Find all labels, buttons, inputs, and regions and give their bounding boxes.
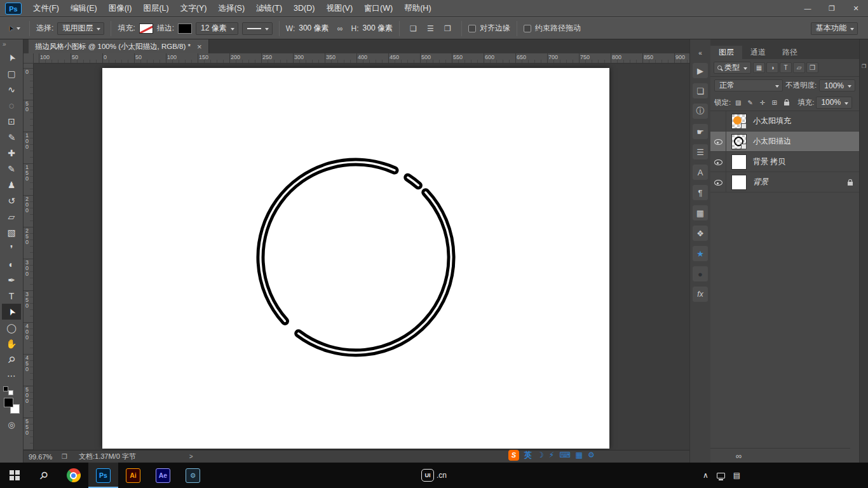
filter-pixel-layers-icon[interactable]: ▦ [753,62,765,73]
quick-mask-button[interactable]: ◎ [8,420,15,430]
width-field[interactable]: 300 像素 [299,23,329,34]
menu-item[interactable]: 选择(S) [212,0,250,17]
paragraph-panel-icon[interactable]: ¶ [693,185,708,200]
collapse-panels-icon[interactable]: « [693,48,708,58]
taskbar-photoshop[interactable]: Ps [88,463,118,488]
menu-item[interactable]: 3D(D) [288,0,320,17]
touch-keyboard-icon[interactable]: ▤ [733,471,740,479]
status-expand-icon[interactable]: > [189,453,193,460]
stroke-style-dropdown[interactable] [242,22,273,35]
menu-item[interactable]: 编辑(E) [65,0,103,17]
libraries-panel-icon[interactable]: ❏ [693,83,708,98]
document-tab[interactable]: 描边风格小图标 @ 100% (小太阳描边, RGB/8) * × [29,39,209,53]
sphere-panel-icon[interactable]: ● [693,266,708,281]
taskbar-utility[interactable]: ⚙ [178,463,208,488]
filter-adjustment-layers-icon[interactable]: ◑ [766,62,778,73]
stroke-width-dropdown[interactable]: 12 像素 [196,22,238,35]
visibility-toggle[interactable] [710,172,726,192]
start-button[interactable] [0,463,29,488]
lock-all-icon[interactable] [781,97,792,108]
path-arrange-icon[interactable]: ❐ [440,22,455,35]
height-field[interactable]: 300 像素 [363,23,393,34]
ime-button-3[interactable]: ⌨ [559,451,570,459]
stroke-swatch[interactable] [178,24,192,34]
star-panel-icon[interactable]: ★ [693,246,708,261]
layer-row[interactable]: 背景 拷贝 [710,152,859,172]
opacity-dropdown[interactable]: 100% [819,79,855,92]
blur-tool[interactable]: ❜ [2,240,21,256]
ellipse-tool[interactable]: ◯ [2,320,21,336]
ime-button-0[interactable]: 英 [524,451,532,459]
adjustments-panel-icon[interactable]: ☰ [693,144,708,159]
zoom-level-field[interactable]: 99.67% [29,453,58,461]
path-selection-tool[interactable]: ➤ [2,304,21,320]
taskbar-chrome[interactable] [58,463,88,488]
workspace-dropdown[interactable]: 基本功能 [811,22,858,35]
tools-flyout-icon[interactable]: » [0,39,6,50]
menu-item[interactable]: 图像(I) [103,0,138,17]
vertical-ruler[interactable]: 050100150200250300350400450500550 [24,64,34,450]
pen-tool[interactable]: ✒ [2,272,21,288]
path-operations-icon[interactable]: ❏ [406,22,421,35]
close-tab-icon[interactable]: × [197,43,202,51]
restore-button[interactable]: ❐ [820,0,844,17]
minimize-button[interactable]: — [796,0,820,17]
lock-position-icon[interactable]: ✛ [757,97,768,108]
canvas[interactable] [102,68,609,449]
more-tools[interactable]: ⋯ [2,367,21,383]
lock-artboard-icon[interactable]: ⊞ [769,97,780,108]
visibility-toggle[interactable] [710,132,726,151]
styles-panel-icon[interactable]: fx [693,287,708,302]
visibility-toggle[interactable] [710,152,726,172]
rectangular-marquee-tool[interactable]: ▢ [2,65,21,81]
foreground-color-swatch[interactable] [4,398,13,407]
character-panel-icon[interactable]: A [693,165,708,180]
panel-tab[interactable]: 路径 [774,46,806,59]
fill-opacity-dropdown[interactable]: 100% [816,97,852,109]
eraser-tool[interactable]: ▱ [2,208,21,224]
menu-item[interactable]: 窗口(W) [358,0,398,17]
network-icon[interactable] [717,473,725,478]
link-dimensions-icon[interactable]: ∞ [333,22,348,35]
tool-preset-picker[interactable]: ➤ [5,24,23,33]
ime-button-2[interactable]: ⚡ [549,451,554,459]
status-icon[interactable]: ❒ [62,453,67,460]
menu-item[interactable]: 图层(L) [137,0,174,17]
layer-row[interactable]: 背景 [710,172,859,193]
taskbar-search-button[interactable]: ⚲ [29,463,58,488]
layer-row[interactable]: 小太阳描边 [710,132,859,152]
swatches-panel-icon[interactable]: ▦ [693,205,708,220]
gradient-tool[interactable]: ▧ [2,224,21,240]
filter-kind-dropdown[interactable]: 类型 [714,62,751,74]
horizontal-ruler[interactable]: 1005005010015020025030035040045050055060… [34,53,689,64]
type-tool[interactable]: T [2,288,21,304]
clone-stamp-tool[interactable]: ♟ [2,177,21,193]
move-tool[interactable]: ➤ [2,50,21,65]
ime-button-1[interactable]: ☽ [537,451,544,459]
quick-selection-tool[interactable]: ◌ [2,97,21,113]
collapsed-panel-icon[interactable]: ❐ [860,64,868,69]
layer-row[interactable]: 小太阳填充 [710,111,859,132]
close-button[interactable]: ✕ [844,0,868,17]
filter-smart-objects-icon[interactable]: ❐ [806,62,818,73]
lock-transparent-pixels-icon[interactable]: ▨ [733,97,743,108]
info-panel-icon[interactable]: ⓘ [693,104,708,119]
hand-tool[interactable]: ✋ [2,336,21,351]
properties-panel-icon[interactable]: ☛ [693,124,708,139]
panel-tab[interactable]: 通道 [742,46,774,59]
menu-item[interactable]: 滤镜(T) [250,0,288,17]
taskbar-after-effects[interactable]: Ae [148,463,178,488]
tray-expand-icon[interactable]: ∧ [703,471,709,479]
spot-healing-brush-tool[interactable]: ✚ [2,145,21,161]
default-colors-icon[interactable] [3,386,13,395]
path-alignment-icon[interactable]: ☰ [423,22,438,35]
ime-logo-icon[interactable]: S [508,450,519,461]
menu-item[interactable]: 文件(F) [27,0,65,17]
zoom-tool[interactable]: ⚲ [2,351,21,367]
lasso-tool[interactable]: ∿ [2,81,21,97]
panel-tab[interactable]: 图层 [710,46,742,59]
menu-item[interactable]: 视图(V) [320,0,358,17]
lock-image-pixels-icon[interactable]: ✎ [745,97,756,108]
menu-item[interactable]: 帮助(H) [398,0,437,17]
patterns-panel-icon[interactable]: ❖ [693,226,708,241]
